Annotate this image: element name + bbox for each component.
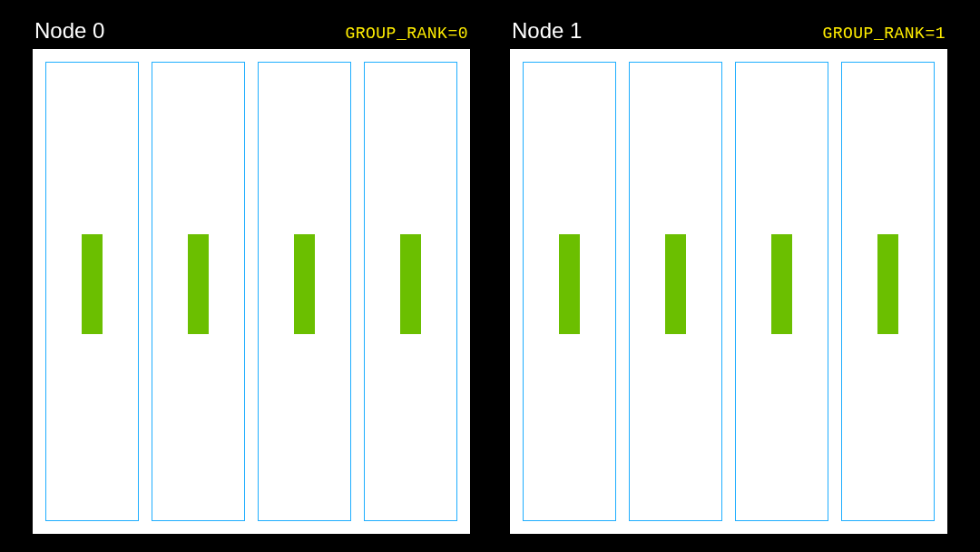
gpu-slot bbox=[258, 62, 351, 521]
gpu-bar-icon bbox=[188, 234, 209, 334]
gpu-slot bbox=[629, 62, 722, 521]
gpu-slot bbox=[45, 62, 139, 521]
gpu-slot bbox=[152, 62, 245, 521]
gpu-bar-icon bbox=[771, 234, 792, 334]
gpu-slot bbox=[364, 62, 457, 521]
node-1-group-rank: GROUP_RANK=1 bbox=[822, 25, 946, 43]
gpu-bar-icon bbox=[400, 234, 421, 334]
gpu-bar-icon bbox=[82, 234, 103, 334]
node-0-title: Node 0 bbox=[34, 18, 104, 44]
gpu-slot bbox=[523, 62, 616, 521]
node-0-group-rank: GROUP_RANK=0 bbox=[345, 25, 468, 43]
node-1: Node 1 GROUP_RANK=1 bbox=[510, 18, 947, 534]
node-0-panel bbox=[33, 49, 470, 534]
node-0: Node 0 GROUP_RANK=0 bbox=[33, 18, 470, 534]
node-1-panel bbox=[510, 49, 947, 534]
gpu-bar-icon bbox=[877, 234, 898, 334]
gpu-bar-icon bbox=[665, 234, 686, 334]
gpu-slot bbox=[841, 62, 935, 521]
node-1-title: Node 1 bbox=[512, 18, 582, 44]
gpu-bar-icon bbox=[559, 234, 580, 334]
node-0-header: Node 0 GROUP_RANK=0 bbox=[33, 18, 470, 49]
gpu-slot bbox=[735, 62, 828, 521]
node-1-header: Node 1 GROUP_RANK=1 bbox=[510, 18, 947, 49]
gpu-bar-icon bbox=[294, 234, 315, 334]
